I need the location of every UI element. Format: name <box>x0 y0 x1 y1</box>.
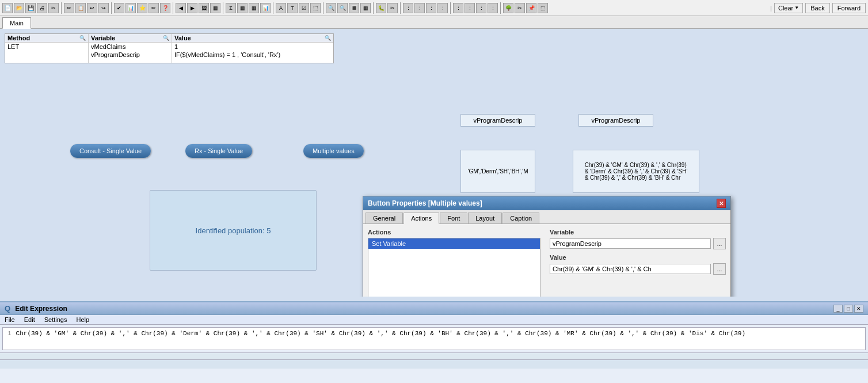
grid-cell-variable-1[interactable]: vProgramDescrip <box>89 51 172 59</box>
toolbar-icon-25[interactable]: ☑ <box>299 3 309 13</box>
toolbar-icon-40[interactable]: ⋮ <box>488 3 498 13</box>
edit-expression-window: Q Edit Expression _ □ ✕ File Edit Settin… <box>0 301 868 383</box>
expr-close-button[interactable]: ✕ <box>854 305 863 313</box>
actions-list[interactable]: Set Variable <box>368 238 540 297</box>
toolbar-icon-1[interactable]: 📄 <box>2 3 13 13</box>
data-grid-container: Method 🔍 LET Variable 🔍 vMedClaims vProg… <box>2 31 336 66</box>
toolbar-icon-10[interactable]: ✔ <box>114 3 124 13</box>
expr-title: Edit Expression <box>15 305 67 313</box>
toolbar-icon-37[interactable]: ⋮ <box>453 3 463 13</box>
clear-dropdown-icon[interactable]: ▼ <box>794 5 799 10</box>
population-box: Identified population: 5 <box>150 190 317 271</box>
variable-search-icon[interactable]: 🔍 <box>163 35 169 41</box>
toolbar-icon-3[interactable]: 💾 <box>25 3 36 13</box>
toolbar-icon-12[interactable]: ⭐ <box>137 3 147 13</box>
toolbar-icon-8[interactable]: ↩ <box>87 3 97 13</box>
toolbar-icon-43[interactable]: 📌 <box>526 3 536 13</box>
grid-cell-method-0[interactable]: LET <box>5 43 88 51</box>
method-search-icon[interactable]: 🔍 <box>79 35 86 41</box>
toolbar-sep-1 <box>61 2 62 14</box>
toolbar-sep-pipe: | <box>770 5 772 12</box>
toolbar-icon-31[interactable]: 🐛 <box>376 3 386 13</box>
toolbar-icon-20[interactable]: ▦ <box>237 3 248 13</box>
toolbar-icon-23[interactable]: A <box>276 3 286 13</box>
toolbar-sep-4 <box>223 2 223 14</box>
expr-text-1: 'GM','Derm','SH','BH','M <box>468 168 528 175</box>
toolbar-icon-19[interactable]: Σ <box>226 3 236 13</box>
toolbar-icon-2[interactable]: 📂 <box>14 3 24 13</box>
toolbar-icon-18[interactable]: ▦ <box>210 3 220 13</box>
toolbar-icon-35[interactable]: ⋮ <box>426 3 436 13</box>
value-input[interactable] <box>550 264 711 274</box>
grid-cell-variable-0[interactable]: vMedClaims <box>89 43 172 51</box>
dialog-tab-actions[interactable]: Actions <box>403 213 439 224</box>
grid-header-value: Value 🔍 <box>172 34 333 43</box>
toolbar-icon-30[interactable]: ▦ <box>360 3 371 13</box>
toolbar-icon-44[interactable]: ⬚ <box>538 3 548 13</box>
expr-menu-help[interactable]: Help <box>76 316 89 323</box>
toolbar-icon-24[interactable]: T <box>287 3 298 13</box>
toolbar-icon-39[interactable]: ⋮ <box>476 3 486 13</box>
variable-header-label: Variable <box>91 35 115 41</box>
toolbar-icon-38[interactable]: ⋮ <box>465 3 475 13</box>
toolbar-icon-9[interactable]: ↪ <box>98 3 109 13</box>
rx-button[interactable]: Rx - Single Value <box>185 144 252 158</box>
clear-button[interactable]: Clear ▼ <box>774 3 803 13</box>
toolbar-icon-26[interactable]: ⬚ <box>310 3 321 13</box>
toolbar-sep-2 <box>111 2 112 14</box>
toolbar-icon-36[interactable]: ⋮ <box>437 3 448 13</box>
toolbar-icon-33[interactable]: ⋮ <box>403 3 413 13</box>
dialog-tab-general[interactable]: General <box>366 213 403 223</box>
toolbar-icon-42[interactable]: ✂ <box>515 3 525 13</box>
toolbar-icon-21[interactable]: ▦ <box>249 3 259 13</box>
expr-minimize-button[interactable]: _ <box>833 305 843 313</box>
value-search-icon[interactable]: 🔍 <box>325 35 331 41</box>
expr-text: Chr(39) & 'GM' & Chr(39) & ',' & Chr(39)… <box>16 330 745 337</box>
toolbar-icon-15[interactable]: ◀ <box>176 3 186 13</box>
toolbar-icon-7[interactable]: 📋 <box>75 3 86 13</box>
variable-browse-button[interactable]: ... <box>713 238 726 249</box>
tab-main[interactable]: Main <box>2 17 31 29</box>
toolbar-icon-14[interactable]: ❓ <box>160 3 170 13</box>
expr-menu-settings[interactable]: Settings <box>44 316 67 323</box>
dialog-tab-caption[interactable]: Caption <box>502 213 539 223</box>
action-set-variable[interactable]: Set Variable <box>368 238 540 249</box>
expr-body[interactable]: 1Chr(39) & 'GM' & Chr(39) & ',' & Chr(39… <box>2 327 866 350</box>
actions-section-label: Actions <box>368 229 540 236</box>
toolbar-icon-11[interactable]: 📊 <box>125 3 136 13</box>
forward-button[interactable]: Forward <box>832 3 866 13</box>
toolbar-icon-4[interactable]: 🖨 <box>37 3 47 13</box>
toolbar-sep-10 <box>500 2 501 14</box>
expr-titlebar: Q Edit Expression _ □ ✕ <box>0 302 868 315</box>
grid-cell-value-0[interactable]: 1 <box>172 43 333 51</box>
value-browse-button[interactable]: ... <box>713 263 726 275</box>
toolbar-icon-32[interactable]: ✂ <box>387 3 398 13</box>
toolbar-icon-28[interactable]: 🔍 <box>337 3 348 13</box>
dialog-tabs: General Actions Font Layout Caption <box>363 210 730 224</box>
grid-header-variable: Variable 🔍 <box>89 34 172 43</box>
grid-cell-value-1[interactable]: IF($(vMedClaims) = 1 , 'Consult', 'Rx') <box>172 51 333 59</box>
toolbar-icon-17[interactable]: 🖼 <box>199 3 209 13</box>
toolbar-icon-13[interactable]: ✏ <box>149 3 159 13</box>
back-button[interactable]: Back <box>805 3 829 13</box>
toolbar-icon-22[interactable]: 📊 <box>260 3 271 13</box>
toolbar-icon-41[interactable]: 🌳 <box>503 3 513 13</box>
expr-scrollbar-h[interactable] <box>0 352 868 359</box>
toolbar-icon-27[interactable]: 🔍 <box>326 3 336 13</box>
expr-menu-file[interactable]: File <box>5 316 15 323</box>
toolbar-right: | Clear ▼ Back Forward <box>770 3 866 13</box>
multiple-values-button[interactable]: Multiple values <box>303 144 364 158</box>
variable-input[interactable] <box>550 238 711 249</box>
dialog-tab-layout[interactable]: Layout <box>468 213 502 223</box>
expr-menu-edit[interactable]: Edit <box>24 316 35 323</box>
toolbar-icon-16[interactable]: ▶ <box>187 3 197 13</box>
dialog-close-button[interactable]: ✕ <box>717 199 726 208</box>
dialog-tab-font[interactable]: Font <box>440 213 467 223</box>
consult-button[interactable]: Consult - Single Value <box>70 144 151 158</box>
toolbar-icon-34[interactable]: ⋮ <box>414 3 425 13</box>
toolbar-icon-29[interactable]: 🔳 <box>349 3 359 13</box>
expr-restore-button[interactable]: □ <box>844 305 853 313</box>
expr-box-1: 'GM','Derm','SH','BH','M <box>460 150 535 193</box>
toolbar-icon-6[interactable]: ✏ <box>64 3 74 13</box>
toolbar-icon-5[interactable]: ✂ <box>48 3 59 13</box>
